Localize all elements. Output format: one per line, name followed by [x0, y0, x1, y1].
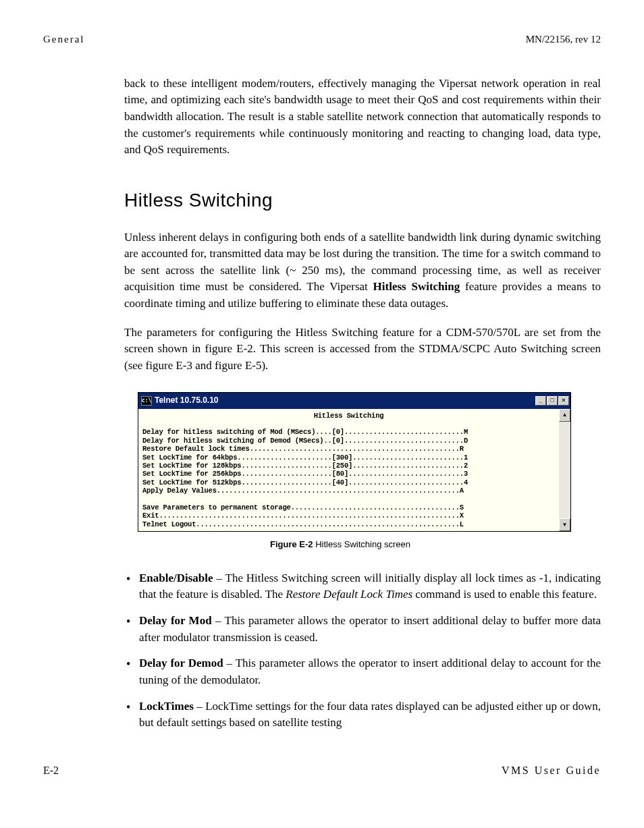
- bullet-locktimes: LockTimes – LockTime settings for the fo…: [124, 698, 601, 732]
- header-section-label: General: [43, 32, 84, 47]
- bullet-4-bold: LockTimes: [139, 700, 194, 713]
- hitless-switching-bold: Hitless Switching: [373, 280, 460, 293]
- telnet-titlebar-left: c:\ Telnet 10.75.0.10: [141, 395, 219, 406]
- term-line-6: Set LockTime for 256kbps................…: [142, 470, 468, 478]
- scroll-up-button[interactable]: ▲: [559, 409, 570, 422]
- header-doc-id: MN/22156, rev 12: [526, 32, 601, 47]
- scroll-track[interactable]: [559, 422, 570, 518]
- bullet-4-rest: – LockTime settings for the four data ra…: [139, 700, 601, 729]
- bullet-enable-disable: Enable/Disable – The Hitless Switching s…: [124, 570, 601, 603]
- figure-desc: Hitless Switching screen: [313, 539, 411, 549]
- close-button[interactable]: ×: [558, 396, 569, 406]
- scrollbar[interactable]: ▲ ▼: [559, 409, 570, 531]
- footer-page-number: E-2: [43, 763, 59, 778]
- bullet-delay-mod: Delay for Mod – This parameter allows th…: [124, 613, 601, 646]
- telnet-window: c:\ Telnet 10.75.0.10 _ □ × Hitless Swit…: [138, 392, 571, 532]
- minimize-button[interactable]: _: [535, 396, 546, 406]
- figure-e2: c:\ Telnet 10.75.0.10 _ □ × Hitless Swit…: [138, 392, 601, 532]
- term-line-3: Restore Default lock times..............…: [142, 445, 464, 453]
- telnet-terminal[interactable]: Hitless Switching Delay for hitless swit…: [138, 409, 559, 531]
- bullet-1-bold: Enable/Disable: [139, 572, 213, 584]
- section-title-hitless-switching: Hitless Switching: [124, 187, 601, 215]
- bullet-3-bold: Delay for Demod: [139, 657, 223, 669]
- term-line-4: Set LockTime for 64kbps.................…: [142, 453, 468, 462]
- telnet-titlebar[interactable]: c:\ Telnet 10.75.0.10 _ □ ×: [138, 393, 570, 409]
- scroll-down-button[interactable]: ▼: [559, 518, 570, 531]
- figure-label: Figure E-2: [270, 539, 313, 549]
- term-line-2: Delay for hitless switching of Demod (MS…: [142, 437, 468, 445]
- term-line-12: Telnet Logout...........................…: [142, 520, 464, 528]
- telnet-content: Hitless Switching Delay for hitless swit…: [138, 409, 570, 531]
- term-line-5: Set LockTime for 128kbps................…: [142, 462, 468, 470]
- paragraph-2: The parameters for configuring the Hitle…: [124, 325, 601, 375]
- term-line-8: Apply Delay Values......................…: [142, 487, 464, 495]
- term-line-10: Save Parameters to permanent storage....…: [142, 503, 464, 512]
- terminal-heading: Hitless Switching: [142, 412, 555, 420]
- paragraph-1: Unless inherent delays in configuring bo…: [124, 229, 601, 312]
- bullet-2-bold: Delay for Mod: [139, 614, 212, 627]
- bullet-list: Enable/Disable – The Hitless Switching s…: [124, 570, 601, 732]
- term-line-1: Delay for hitless switching of Mod (MSec…: [142, 428, 468, 436]
- term-line-7: Set LockTime for 512kbps................…: [142, 478, 468, 487]
- window-controls: _ □ ×: [535, 396, 569, 406]
- figure-caption: Figure E-2 Hitless Switching screen: [124, 539, 556, 551]
- footer-doc-title: VMS User Guide: [502, 763, 601, 778]
- bullet-1-b: command is used to enable this feature.: [412, 588, 597, 601]
- cmd-prompt-icon: c:\: [141, 396, 152, 406]
- maximize-button[interactable]: □: [547, 396, 558, 406]
- bullet-delay-demod: Delay for Demod – This parameter allows …: [124, 655, 601, 688]
- intro-paragraph: back to these intelligent modem/routers,…: [124, 76, 601, 159]
- term-line-11: Exit....................................…: [142, 512, 464, 520]
- telnet-title-text: Telnet 10.75.0.10: [155, 395, 219, 406]
- page-header: General MN/22156, rev 12: [43, 32, 601, 47]
- page-footer: E-2 VMS User Guide: [43, 763, 601, 778]
- bullet-1-italic: Restore Default Lock Times: [286, 588, 412, 601]
